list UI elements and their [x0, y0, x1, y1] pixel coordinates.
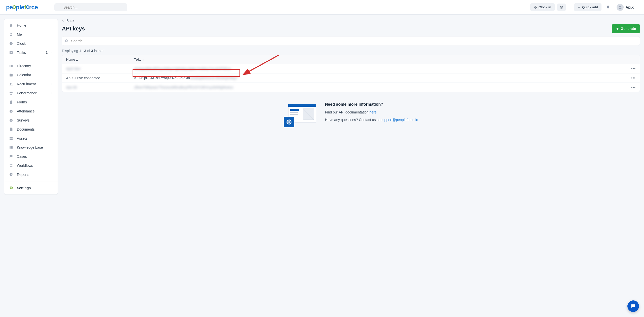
sidebar-item-workflows[interactable]: Workflows: [4, 161, 58, 170]
column-header-token[interactable]: Token: [130, 55, 627, 64]
main-content: Back API keys Generate Displaying 1 - 3 …: [62, 19, 640, 125]
column-header-name[interactable]: Name▲: [62, 55, 130, 64]
info-illustration: [284, 102, 319, 125]
svg-rect-42: [290, 109, 299, 111]
header-divider: [570, 3, 570, 12]
page-search-wrapper: [62, 36, 640, 46]
stopwatch-icon: [534, 6, 537, 9]
svg-point-9: [10, 33, 12, 34]
info-title: Need some more information?: [325, 102, 418, 107]
svg-rect-24: [10, 137, 11, 138]
app-header: peplefrce Clock in Quick add: [0, 0, 644, 15]
sidebar-item-label: Home: [17, 23, 53, 27]
clock2-icon: [9, 109, 13, 113]
sidebar-item-recruitment[interactable]: Recruitment: [4, 80, 58, 89]
sidebar-section-top: HomeMeClock inTasks1: [4, 19, 58, 59]
sidebar-item-knowledge-base[interactable]: Knowledge base: [4, 143, 58, 152]
calendar-icon: [9, 73, 13, 77]
svg-point-19: [12, 83, 12, 84]
page-search-input[interactable]: [62, 36, 640, 46]
svg-rect-28: [10, 146, 10, 148]
avatar: [617, 4, 624, 11]
sidebar-item-label: Knowledge base: [17, 145, 53, 149]
info-doc-link[interactable]: here: [370, 110, 377, 114]
sidebar-item-cases[interactable]: Cases: [4, 152, 58, 161]
sidebar-item-clock-in[interactable]: Clock in: [4, 39, 58, 48]
table-row: ApiX-Drive connected3TTJ1pPLJARBRYafj4YR…: [62, 73, 640, 83]
trophy-icon: [9, 91, 13, 95]
check-icon: [9, 50, 13, 55]
token-value: 3TTJ1pPLJARBRYafj4YRqFv6PSfh: [134, 76, 190, 80]
token-value-blurred: UmdSpklnhrtLfLrfRGkQtrNkgY: [190, 76, 238, 80]
sidebar-item-label: Clock in: [17, 42, 53, 46]
sidebar-item-label: Tasks: [17, 51, 42, 55]
svg-rect-20: [10, 101, 12, 104]
sidebar-item-tasks[interactable]: Tasks1: [4, 48, 58, 57]
table-row: ApiX blurxhxkqndkfeuf9Toyuhbkyz7ghhekyud…: [62, 64, 640, 73]
svg-rect-11: [10, 51, 13, 54]
row-actions-button[interactable]: •••: [631, 76, 636, 80]
sidebar-item-reports[interactable]: Reports: [4, 170, 58, 179]
svg-line-55: [287, 120, 288, 121]
heart-icon: [9, 118, 13, 123]
svg-rect-21: [11, 100, 12, 101]
logo[interactable]: peplefrce: [4, 4, 54, 11]
sidebar-item-label: Reports: [17, 173, 53, 177]
svg-rect-41: [288, 104, 316, 107]
chevron-down-icon: [636, 6, 638, 8]
plus-icon: [578, 6, 581, 9]
flow-icon: [9, 163, 13, 168]
info-contact-link[interactable]: support@peopleforce.io: [381, 118, 418, 122]
row-actions-button[interactable]: •••: [631, 67, 636, 71]
sort-asc-icon: ▲: [75, 58, 78, 61]
home-icon: [9, 23, 13, 28]
sidebar-item-calendar[interactable]: Calendar: [4, 70, 58, 80]
quick-add-label: Quick add: [582, 5, 598, 9]
sidebar-item-documents[interactable]: Documents: [4, 125, 58, 134]
sidebar-item-label: Workflows: [17, 164, 53, 168]
sidebar-item-assets[interactable]: Assets: [4, 134, 58, 143]
sidebar-item-label: Cases: [17, 154, 53, 158]
id-icon: [9, 64, 13, 68]
sidebar-item-label: Settings: [17, 186, 53, 190]
svg-line-38: [67, 42, 68, 42]
header-right: Clock in Quick add ApiX: [530, 3, 640, 12]
user-name: ApiX: [626, 5, 634, 9]
sidebar-item-surveys[interactable]: Surveys: [4, 116, 58, 125]
sidebar-item-home[interactable]: Home: [4, 21, 58, 30]
quick-add-button[interactable]: Quick add: [574, 3, 601, 11]
token-value: zfbwvTldhpsao7TtosouvblthsdboyPfO197C6hV…: [134, 85, 233, 89]
gear-icon: [9, 186, 13, 190]
sidebar-item-attendance[interactable]: Attendance: [4, 107, 58, 116]
row-actions-button[interactable]: •••: [631, 85, 636, 89]
sidebar-item-directory[interactable]: Directory: [4, 61, 58, 70]
user-menu[interactable]: ApiX: [615, 4, 640, 11]
svg-rect-25: [11, 137, 13, 138]
info-box: Need some more information? Find our API…: [62, 102, 640, 125]
sidebar-item-performance[interactable]: Performance: [4, 89, 58, 98]
clock-history-button[interactable]: [557, 4, 566, 11]
notifications-button[interactable]: [604, 5, 612, 9]
sidebar-badge: 1: [46, 51, 48, 54]
sidebar-section-bottom: Settings: [4, 181, 58, 194]
pie-icon: [9, 172, 13, 177]
clock-in-label: Clock in: [539, 5, 551, 9]
clock-in-button[interactable]: Clock in: [530, 3, 555, 11]
sidebar-item-me[interactable]: Me: [4, 30, 58, 39]
svg-point-33: [12, 164, 13, 165]
svg-line-56: [291, 124, 291, 124]
sidebar-item-settings[interactable]: Settings: [4, 183, 58, 192]
api-key-name: ApiX blur: [66, 67, 80, 71]
svg-rect-30: [11, 146, 12, 148]
sidebar-item-forms[interactable]: Forms: [4, 98, 58, 107]
sidebar-item-label: Recruitment: [17, 82, 48, 86]
global-search-input[interactable]: [54, 3, 127, 11]
svg-point-32: [10, 164, 11, 165]
clock-icon: [9, 41, 13, 46]
generate-button[interactable]: Generate: [612, 24, 640, 33]
svg-point-2: [534, 6, 537, 9]
boxes-icon: [9, 136, 13, 141]
back-link[interactable]: Back: [62, 19, 640, 23]
global-search-wrapper: [54, 3, 127, 11]
info-contact-line: Have any questions? Contact us at suppor…: [325, 118, 418, 122]
